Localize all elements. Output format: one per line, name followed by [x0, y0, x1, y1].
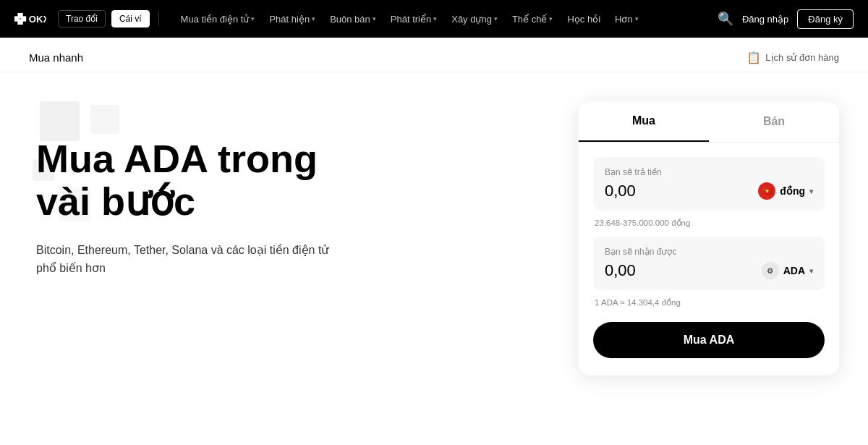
- deco-square-1: [40, 101, 80, 141]
- chevron-down-icon: ▾: [635, 15, 639, 22]
- receive-currency-selector[interactable]: ⚙ ADA ▾: [762, 262, 813, 279]
- hero-section: Mua ADA trong vài bước Bitcoin, Ethereum…: [29, 101, 550, 376]
- receive-input-group: Bạn sẽ nhận được 0,00 ⚙ ADA ▾: [593, 237, 825, 290]
- btn-row: Mua ADA: [579, 322, 839, 358]
- trade-card-section: Mua Bán Bạn sẽ trả tiền 0,00 🇻🇳 đồng ▾: [579, 101, 839, 376]
- pay-currency-selector[interactable]: 🇻🇳 đồng ▾: [758, 182, 813, 200]
- nav-divider: [158, 12, 159, 26]
- deco-square-2: [90, 105, 119, 134]
- range-hint: 23.648-375.000.000 đồng: [593, 218, 825, 228]
- receive-amount[interactable]: 0,00: [605, 261, 762, 280]
- main-content: Mua ADA trong vài bước Bitcoin, Ethereum…: [0, 72, 868, 376]
- nav-item-discover[interactable]: Phát hiện ▾: [262, 9, 323, 29]
- ada-icon: ⚙: [762, 262, 779, 279]
- trade-card: Mua Bán Bạn sẽ trả tiền 0,00 🇻🇳 đồng ▾: [579, 101, 839, 376]
- pay-input-group: Bạn sẽ trả tiền 0,00 🇻🇳 đồng ▾: [593, 157, 825, 211]
- pay-amount[interactable]: 0,00: [605, 182, 758, 200]
- order-history-icon: 📋: [746, 51, 761, 64]
- vnd-flag-icon: 🇻🇳: [758, 182, 775, 200]
- nav-right: 🔍 Đăng nhập Đăng ký: [718, 9, 854, 29]
- tab-row: Mua Bán: [579, 101, 839, 143]
- pay-currency-label: đồng: [780, 185, 805, 197]
- chevron-down-icon: ▾: [809, 267, 813, 275]
- chevron-down-icon: ▾: [312, 15, 315, 22]
- page-title: Mua nhanh: [29, 51, 83, 64]
- order-history-label: Lịch sử đơn hàng: [765, 52, 839, 63]
- order-history-link[interactable]: 📋 Lịch sử đơn hàng: [746, 51, 839, 64]
- chevron-down-icon: ▾: [549, 15, 553, 22]
- svg-rect-2: [17, 13, 22, 18]
- register-button[interactable]: Đăng ký: [797, 9, 854, 29]
- search-icon[interactable]: 🔍: [718, 11, 733, 27]
- exchange-button[interactable]: Trao đổi: [58, 10, 106, 27]
- receive-currency-label: ADA: [783, 265, 805, 276]
- hero-subtitle: Bitcoin, Ethereum, Tether, Solana và các…: [36, 241, 340, 278]
- svg-text:OKX: OKX: [29, 14, 46, 25]
- pay-label: Bạn sẽ trả tiền: [605, 167, 813, 177]
- tab-sell[interactable]: Bán: [709, 101, 839, 142]
- chevron-down-icon: ▾: [494, 15, 498, 22]
- nav-item-learn[interactable]: Học hỏi: [560, 9, 608, 29]
- nav-item-institution[interactable]: Thể chế ▾: [505, 9, 561, 29]
- chevron-down-icon: ▾: [809, 187, 813, 195]
- receive-label: Bạn sẽ nhận được: [605, 247, 813, 257]
- card-body: Bạn sẽ trả tiền 0,00 🇻🇳 đồng ▾ 23.648-37…: [579, 143, 839, 308]
- nav-item-develop[interactable]: Phát triển ▾: [383, 9, 444, 29]
- svg-rect-3: [17, 20, 22, 25]
- nav-item-buy[interactable]: Mua tiền điện tử ▾: [174, 9, 263, 29]
- okx-logo[interactable]: OKX: [14, 12, 46, 26]
- wallet-button[interactable]: Cái ví: [111, 10, 150, 27]
- chevron-down-icon: ▾: [251, 15, 255, 22]
- nav-menu: Mua tiền điện tử ▾ Phát hiện ▾ Buôn bán …: [174, 9, 712, 29]
- subheader: Mua nhanh 📋 Lịch sử đơn hàng: [0, 38, 868, 72]
- rate-hint: 1 ADA ≈ 14.304,4 đồng: [593, 297, 825, 308]
- nav-item-build[interactable]: Xây dựng ▾: [444, 9, 505, 29]
- login-button[interactable]: Đăng nhập: [742, 14, 788, 25]
- nav-item-more[interactable]: Hơn ▾: [608, 9, 646, 29]
- buy-ada-button[interactable]: Mua ADA: [593, 322, 825, 358]
- tab-buy[interactable]: Mua: [579, 101, 709, 142]
- nav-item-trade[interactable]: Buôn bán ▾: [323, 9, 383, 29]
- hero-title: Mua ADA trong vài bước: [36, 137, 550, 224]
- chevron-down-icon: ▾: [433, 15, 437, 22]
- pay-input-row: 0,00 🇻🇳 đồng ▾: [605, 182, 813, 200]
- navbar: OKX Trao đổi Cái ví Mua tiền điện tử ▾ P…: [0, 0, 868, 38]
- receive-input-row: 0,00 ⚙ ADA ▾: [605, 261, 813, 280]
- chevron-down-icon: ▾: [373, 15, 376, 22]
